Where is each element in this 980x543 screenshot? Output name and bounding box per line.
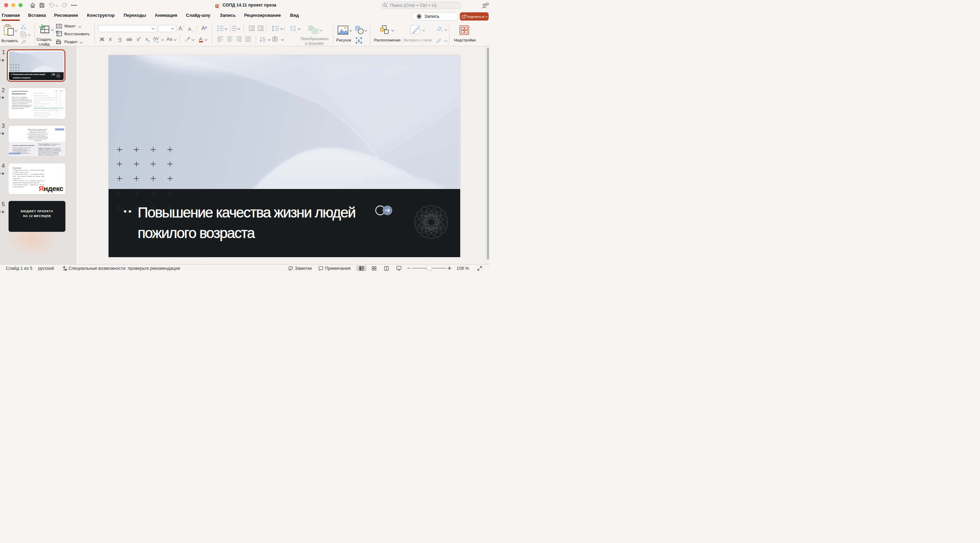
svg-text:45: 45: [56, 95, 57, 96]
svg-text:1: 1: [230, 25, 231, 27]
svg-text:6: 6: [56, 116, 57, 117]
svg-text:Ощущение ненужности, невостреб: Ощущение ненужности, невостребованности …: [34, 110, 59, 111]
svg-text:25: 25: [60, 97, 61, 98]
svg-text:!: !: [66, 268, 66, 270]
svg-text:17: 17: [60, 102, 61, 102]
svg-text:19: 19: [60, 99, 61, 100]
svg-text:24: 24: [56, 102, 57, 102]
svg-text:Отсутствие интереса к жизни: Отсутствие интереса к жизни: [34, 116, 48, 117]
svg-text:P: P: [216, 5, 218, 8]
svg-text:2023: 2023: [60, 91, 62, 92]
svg-text:40: 40: [60, 95, 61, 96]
svg-text:60: 60: [56, 93, 57, 94]
svg-text:12: 12: [60, 103, 61, 105]
svg-text:A: A: [358, 39, 360, 43]
svg-text:19: 19: [56, 103, 57, 105]
svg-text:6: 6: [60, 112, 60, 113]
svg-text:А: А: [262, 36, 265, 40]
svg-text:4: 4: [60, 114, 60, 115]
svg-text:Отсутствие деловой активности: Отсутствие деловой активности: [34, 112, 49, 113]
svg-text:3: 3: [230, 30, 231, 32]
svg-text:Низкий уровень медицины (из др: Низкий уровень медицины (из других): [34, 114, 52, 115]
svg-text:27: 27: [56, 99, 57, 100]
svg-text:12: 12: [60, 105, 61, 106]
svg-text:Неуважение со стороны молодых: Неуважение со стороны молодых: [34, 103, 50, 105]
svg-text:2: 2: [230, 28, 231, 30]
svg-text:Одиночество: Одиночество: [34, 102, 40, 102]
svg-text:61: 61: [60, 93, 61, 94]
svg-text:7: 7: [60, 110, 60, 111]
svg-text:7: 7: [56, 105, 57, 106]
svg-text:Беспомощность, зависимость от: Беспомощность, зависимость от детей, вну…: [34, 108, 56, 108]
svg-text:2020: 2020: [55, 91, 58, 92]
svg-text:Бедность, низкий доход: Бедность, низкий доход: [34, 93, 45, 94]
svg-text:Ухудшение здоровья, болезни: Ухудшение здоровья, болезни: [34, 95, 48, 96]
svg-text:Страх перед будущим: Страх перед будущим: [34, 105, 44, 106]
svg-text:3: 3: [60, 116, 60, 117]
svg-text:Ощущение ненужности, невостреб: Ощущение ненужности, невостребованности: [34, 99, 55, 100]
svg-text:8: 8: [56, 112, 57, 113]
svg-text:Трудности в использовании цифр: Трудности в использовании цифровых техно…: [34, 97, 57, 98]
